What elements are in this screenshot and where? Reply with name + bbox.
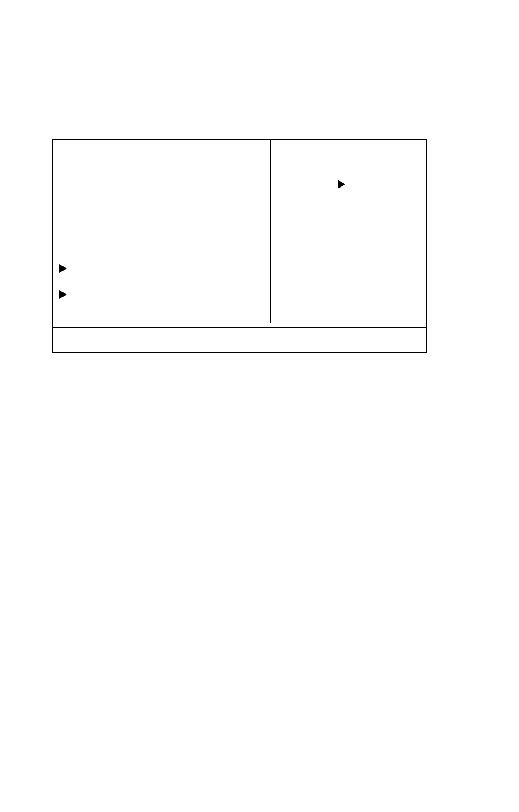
divider-line <box>53 323 426 323</box>
vertical-divider <box>270 140 271 323</box>
triangle-right-icon <box>59 264 67 273</box>
page <box>0 0 519 812</box>
triangle-right-icon <box>59 290 67 299</box>
upper-region <box>53 140 426 323</box>
horizontal-divider <box>53 323 426 328</box>
triangle-right-icon <box>338 180 345 189</box>
framed-panel <box>51 138 428 354</box>
divider-line <box>53 327 426 328</box>
